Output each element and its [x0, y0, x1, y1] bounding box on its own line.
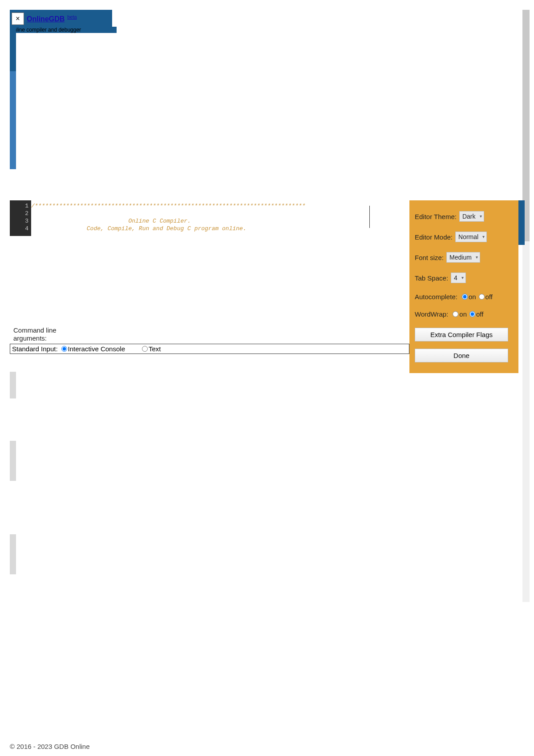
tagline: online compiler and debugger	[10, 27, 117, 33]
line-number: 4	[10, 225, 28, 232]
logo-link[interactable]: OnlineGDB	[27, 15, 65, 23]
code-line: /***************************************…	[31, 203, 305, 209]
stdin-text-label: Text	[149, 345, 161, 353]
font-size-label: Font size:	[415, 254, 444, 261]
wordwrap-off-radio[interactable]	[469, 311, 475, 317]
stdin-text-radio[interactable]	[142, 346, 148, 352]
left-gray-stub	[10, 441, 16, 481]
wordwrap-on-radio[interactable]	[453, 311, 458, 317]
left-strip-light	[10, 71, 16, 169]
on-label: on	[469, 293, 476, 301]
header: × OnlineGDB beta	[10, 10, 112, 28]
code-line: Online C Compiler.	[31, 218, 191, 224]
stdin-label: Standard Input:	[12, 345, 58, 353]
tab-space-label: Tab Space:	[415, 274, 448, 282]
font-size-select[interactable]: Medium	[446, 252, 480, 263]
left-gray-stub	[10, 534, 16, 574]
stdin-row: Standard Input: Interactive Console Text	[10, 344, 409, 354]
code-area[interactable]: /***************************************…	[31, 200, 390, 232]
editor-cursor	[369, 206, 370, 228]
wordwrap-label: WordWrap:	[415, 310, 448, 318]
autocomplete-label: Autocomplete:	[415, 293, 457, 301]
on-label: on	[459, 310, 467, 318]
line-number: 1	[10, 202, 28, 210]
off-label: off	[485, 293, 493, 301]
off-label: off	[476, 310, 483, 318]
cmd-args-label: Command line arguments:	[13, 326, 76, 342]
stdin-interactive-label: Interactive Console	[68, 345, 125, 353]
editor-mode-select[interactable]: Normal	[455, 232, 487, 242]
editor-mode-label: Editor Mode:	[415, 233, 453, 241]
footer-copyright: © 2016 - 2023 GDB Online	[10, 743, 90, 750]
line-number: 3	[10, 217, 28, 225]
done-button[interactable]: Done	[415, 349, 508, 362]
editor-theme-select[interactable]: Dark	[459, 211, 484, 222]
autocomplete-on-radio[interactable]	[462, 294, 468, 300]
close-glyph: ×	[16, 15, 20, 23]
right-edge-strip	[518, 200, 525, 245]
extra-compiler-flags-button[interactable]: Extra Compiler Flags	[415, 328, 508, 341]
line-number: 2	[10, 210, 28, 217]
left-gray-stub	[10, 372, 16, 398]
code-line: Code, Compile, Run and Debug C program o…	[31, 225, 247, 232]
autocomplete-off-radio[interactable]	[479, 294, 485, 300]
tab-space-select[interactable]: 4	[451, 272, 466, 283]
beta-link[interactable]: beta	[67, 14, 77, 20]
settings-panel: Editor Theme: Dark Editor Mode: Normal F…	[409, 200, 518, 373]
code-editor[interactable]: 1 2 3 4 /*******************************…	[10, 200, 390, 236]
editor-theme-label: Editor Theme:	[415, 213, 457, 220]
stdin-interactive-radio[interactable]	[61, 346, 67, 352]
line-number-gutter: 1 2 3 4	[10, 200, 31, 236]
close-icon[interactable]: ×	[12, 12, 24, 25]
vertical-scrollbar[interactable]	[522, 10, 530, 602]
